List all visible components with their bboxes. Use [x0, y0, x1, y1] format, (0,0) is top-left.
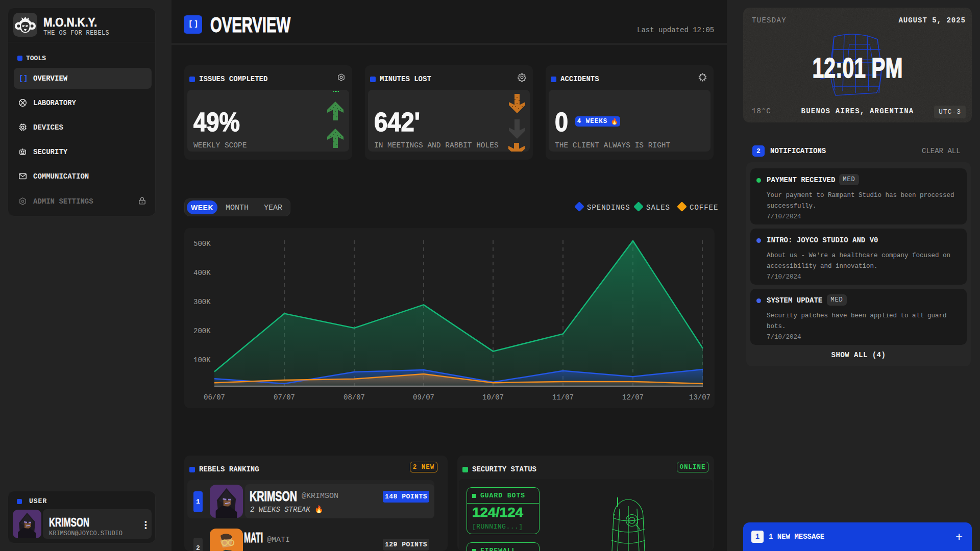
svg-text:10/07: 10/07 — [482, 393, 504, 402]
svg-text:300K: 300K — [193, 298, 211, 306]
svg-text:200K: 200K — [193, 327, 211, 335]
svg-text:400K: 400K — [193, 269, 211, 277]
svg-text:M.O.N.K.Y.: M.O.N.K.Y. — [43, 17, 97, 29]
svg-text:13/07: 13/07 — [689, 393, 710, 402]
svg-text:100K: 100K — [193, 356, 211, 364]
svg-text:12:01 PM: 12:01 PM — [813, 54, 903, 84]
svg-text:124/124: 124/124 — [472, 507, 524, 519]
svg-text:642': 642' — [374, 107, 420, 135]
svg-text:06/07: 06/07 — [204, 393, 225, 402]
svg-text:11/07: 11/07 — [552, 393, 574, 402]
svg-text:KRIMSON: KRIMSON — [250, 490, 297, 504]
svg-text:12/07: 12/07 — [622, 393, 644, 402]
svg-text:OVERVIEW: OVERVIEW — [210, 13, 290, 36]
svg-text:49%: 49% — [193, 107, 240, 135]
svg-text:KRIMSON: KRIMSON — [49, 517, 89, 529]
svg-text:0: 0 — [555, 107, 568, 135]
svg-text:07/07: 07/07 — [274, 393, 295, 402]
svg-text:09/07: 09/07 — [413, 393, 434, 402]
svg-text:MATI: MATI — [244, 532, 263, 545]
svg-text:500K: 500K — [193, 240, 211, 248]
svg-text:08/07: 08/07 — [344, 393, 365, 402]
